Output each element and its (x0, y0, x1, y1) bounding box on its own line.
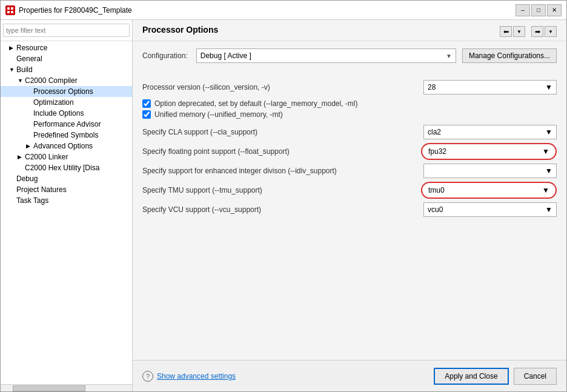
filter-box (1, 20, 132, 41)
show-advanced-link[interactable]: Show advanced settings (157, 372, 236, 380)
title-bar: Properties for F280049C_Template – □ ✕ (1, 1, 566, 20)
config-select-arrow-icon: ▼ (446, 53, 452, 59)
title-bar-buttons: – □ ✕ (516, 4, 562, 16)
sidebar-item-general[interactable]: General (1, 53, 132, 64)
sidebar-item-label: Optimization (33, 98, 74, 107)
arrow-icon: ▶ (26, 143, 32, 149)
right-panel: Processor Options ⬅ ▼ ➡ ▼ Configuration:… (133, 20, 566, 391)
back-button[interactable]: ⬅ (500, 26, 512, 37)
tmu-support-select[interactable]: tmu0 ▼ (421, 182, 557, 199)
sidebar-item-build[interactable]: ▼ Build (1, 64, 132, 75)
float-support-arrow-icon: ▼ (542, 147, 549, 156)
sidebar-item-debug[interactable]: Debug (1, 173, 132, 184)
processor-version-label: Processor version (--silicon_version, -v… (142, 83, 419, 91)
cla-support-value: cla2 (428, 128, 441, 136)
vcu-support-label: Specify VCU support (--vcu_support) (142, 205, 419, 214)
unified-memory-row: Unified memory (--unified_memory, -mt) (142, 110, 557, 119)
float-support-label: Specify floating point support (--float_… (142, 147, 416, 156)
sidebar-item-predefined-symbols[interactable]: Predefined Symbols (1, 130, 132, 141)
vcu-support-arrow-icon: ▼ (545, 205, 552, 214)
float-support-row: Specify floating point support (--float_… (142, 143, 557, 160)
idiv-support-arrow-icon: ▼ (545, 167, 552, 175)
sidebar-item-task-tags[interactable]: Task Tags (1, 195, 132, 206)
option-deprecated-row: Option deprecated, set by default (--lar… (142, 99, 557, 108)
help-icon[interactable]: ? (142, 371, 153, 382)
float-support-value: fpu32 (428, 147, 446, 156)
config-select[interactable]: Debug [ Active ] ▼ (196, 48, 456, 63)
app-icon (5, 5, 15, 15)
sidebar-scrollbar[interactable] (1, 384, 132, 391)
sidebar-item-label: Build (16, 65, 33, 74)
sidebar-item-include-options[interactable]: Include Options (1, 108, 132, 119)
sidebar-item-performance-advisor[interactable]: Performance Advisor (1, 119, 132, 130)
sidebar-item-c2000-linker[interactable]: ▶ C2000 Linker (1, 151, 132, 162)
sidebar-item-project-natures[interactable]: Project Natures (1, 184, 132, 195)
svg-rect-3 (11, 11, 13, 13)
footer-left: ? Show advanced settings (142, 371, 236, 382)
idiv-support-row: Specify support for enhanced integer div… (142, 164, 557, 178)
separator (142, 73, 557, 80)
close-button[interactable]: ✕ (547, 4, 562, 16)
processor-version-value: 28 (428, 83, 436, 91)
tmu-support-arrow-icon: ▼ (542, 186, 549, 194)
arrow-icon: ▶ (18, 154, 24, 160)
sidebar-item-label: Performance Advisor (33, 120, 101, 128)
sidebar-item-advanced-options[interactable]: ▶ Advanced Options (1, 141, 132, 151)
sidebar: ▶ Resource General ▼ Build ▼ C2000 Compi… (1, 20, 133, 391)
sidebar-item-label: Task Tags (16, 196, 48, 205)
sidebar-item-label: Include Options (33, 109, 84, 118)
sidebar-item-label: C2000 Linker (25, 153, 68, 161)
vcu-support-row: Specify VCU support (--vcu_support) vcu0… (142, 202, 557, 217)
forward-button[interactable]: ➡ (531, 26, 543, 37)
idiv-support-label: Specify support for enhanced integer div… (142, 167, 419, 175)
sidebar-item-c2000-hex-utility[interactable]: C2000 Hex Utility [Disa (1, 162, 132, 173)
sidebar-item-c2000-compiler[interactable]: ▼ C2000 Compiler (1, 75, 132, 86)
tmu-support-row: Specify TMU support (--tmu_support) tmu0… (142, 182, 557, 199)
tmu-support-label: Specify TMU support (--tmu_support) (142, 186, 416, 194)
cla-support-arrow-icon: ▼ (545, 128, 552, 136)
manage-configurations-button[interactable]: Manage Configurations... (462, 48, 557, 63)
footer-right: Apply and Close Cancel (434, 368, 557, 385)
processor-version-select[interactable]: 28 ▼ (423, 80, 557, 95)
config-label: Configuration: (142, 51, 188, 60)
svg-rect-2 (7, 11, 10, 13)
vcu-support-select[interactable]: vcu0 ▼ (423, 202, 557, 217)
option-deprecated-label: Option deprecated, set by default (--lar… (154, 99, 357, 108)
tmu-support-value: tmu0 (428, 186, 445, 194)
cancel-button[interactable]: Cancel (514, 368, 557, 385)
svg-rect-1 (11, 7, 13, 10)
option-deprecated-checkbox[interactable] (142, 99, 151, 108)
vcu-support-value: vcu0 (428, 205, 443, 214)
title-bar-text: Properties for F280049C_Template (19, 6, 512, 15)
properties-window: Properties for F280049C_Template – □ ✕ ▶… (0, 0, 567, 392)
maximize-button[interactable]: □ (531, 4, 546, 16)
arrow-icon: ▼ (9, 67, 15, 73)
sidebar-item-resource[interactable]: ▶ Resource (1, 42, 132, 53)
sidebar-item-label: C2000 Hex Utility [Disa (25, 164, 99, 172)
apply-close-button[interactable]: Apply and Close (434, 368, 508, 385)
arrow-icon: ▶ (9, 45, 15, 51)
tree-area: ▶ Resource General ▼ Build ▼ C2000 Compi… (1, 41, 132, 384)
sidebar-item-label: Processor Options (33, 87, 93, 96)
idiv-support-select[interactable]: ▼ (423, 164, 557, 178)
sidebar-scrollbar-thumb[interactable] (13, 385, 85, 391)
config-select-value: Debug [ Active ] (201, 51, 251, 60)
float-support-select[interactable]: fpu32 ▼ (421, 143, 557, 160)
config-row: Configuration: Debug [ Active ] ▼ Manage… (142, 48, 557, 63)
filter-input[interactable] (3, 24, 130, 37)
footer: ? Show advanced settings Apply and Close… (133, 360, 566, 391)
sidebar-item-label: Predefined Symbols (33, 131, 98, 139)
sidebar-item-label: Project Natures (16, 185, 67, 194)
sidebar-item-label: Advanced Options (33, 142, 93, 150)
sidebar-item-processor-options[interactable]: Processor Options (1, 86, 132, 97)
unified-memory-label: Unified memory (--unified_memory, -mt) (154, 110, 283, 119)
sidebar-item-optimization[interactable]: Optimization (1, 97, 132, 108)
main-content: ▶ Resource General ▼ Build ▼ C2000 Compi… (1, 20, 566, 391)
dropdown-back-button[interactable]: ▼ (513, 26, 525, 37)
panel-body: Configuration: Debug [ Active ] ▼ Manage… (133, 41, 566, 360)
cla-support-select[interactable]: cla2 ▼ (423, 125, 557, 139)
dropdown-forward-button[interactable]: ▼ (545, 26, 557, 37)
minimize-button[interactable]: – (516, 4, 530, 16)
processor-version-row: Processor version (--silicon_version, -v… (142, 80, 557, 95)
unified-memory-checkbox[interactable] (142, 110, 151, 119)
